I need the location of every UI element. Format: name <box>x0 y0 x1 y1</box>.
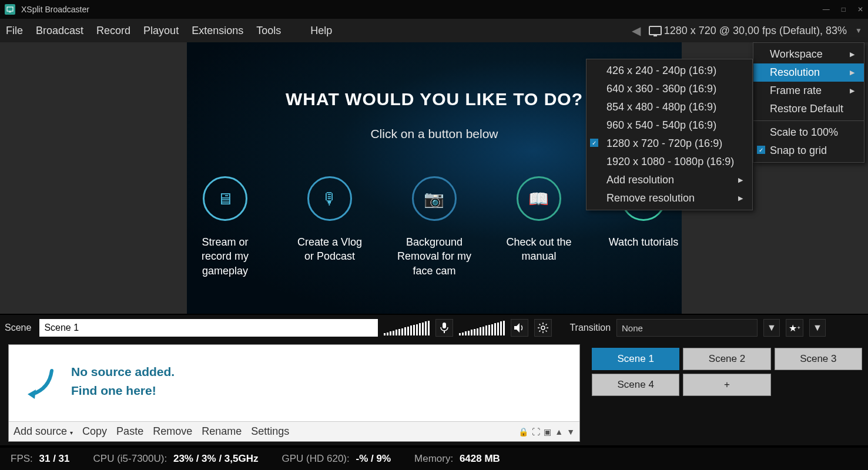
menu-record[interactable]: Record <box>96 25 130 37</box>
resolution-option[interactable]: 960 x 540 - 540p (16:9) <box>587 116 752 135</box>
transition-label: Transition <box>569 323 611 333</box>
move-up-icon[interactable]: ▲ <box>555 427 563 437</box>
onboard-option-0[interactable]: 🖥Stream or record my gameplay <box>187 176 263 278</box>
copy-button[interactable]: Copy <box>82 425 107 438</box>
svg-rect-3 <box>444 331 445 333</box>
menu-help[interactable]: Help <box>310 25 332 37</box>
resolution-option[interactable]: 1920 x 1080 - 1080p (16:9) <box>587 153 752 171</box>
menu-item-workspace[interactable]: Workspace▶ <box>753 45 864 63</box>
resolution-option[interactable]: 854 x 480 - 480p (16:9) <box>587 98 752 116</box>
scene-bar: Scene Transition None ▼ ★+ ▼ <box>0 315 868 341</box>
sources-toolbar: Add source ▾ Copy Paste Remove Rename Se… <box>9 421 579 441</box>
arrow-hint-icon <box>25 366 55 401</box>
option-label: Check out the manual <box>501 235 577 264</box>
onboard-subheading: Click on a button below <box>370 127 498 141</box>
option-label: Stream or record my gameplay <box>187 235 263 278</box>
left-panel <box>0 42 187 314</box>
favorite-transition-button[interactable]: ★+ <box>786 319 803 337</box>
lock-icon[interactable]: 🔒 <box>518 427 528 437</box>
menu-item-restore-default[interactable]: Restore Default <box>753 100 864 118</box>
remove-button[interactable]: Remove <box>153 425 192 438</box>
sources-panel: No source added. Find one here! Add sour… <box>8 344 580 442</box>
svg-rect-0 <box>7 7 13 11</box>
menu-item-frame-rate[interactable]: Frame rate▶ <box>753 82 864 100</box>
resolution-text[interactable]: 1280 x 720 @ 30,00 fps (Default), 83% <box>664 25 847 37</box>
onboard-option-1[interactable]: 🎙Create a Vlog or Podcast <box>291 176 368 278</box>
add-source-button[interactable]: Add source ▾ <box>14 425 73 438</box>
menu-item-scale-to-100%[interactable]: Scale to 100% <box>753 123 864 142</box>
statusbar: FPS: 31 / 31 CPU (i5-7300U): 23% / 3% / … <box>0 448 868 470</box>
resolution-option[interactable]: ✓1280 x 720 - 720p (16:9) <box>587 135 752 153</box>
svg-rect-1 <box>9 12 11 12</box>
option-icon: 📖 <box>517 176 561 221</box>
resolution-dropdown-arrow[interactable]: ▼ <box>855 26 862 35</box>
scene-name-input[interactable] <box>39 319 378 337</box>
transition-extra-dropdown[interactable]: ▼ <box>809 319 826 337</box>
menu-item-resolution[interactable]: Resolution▶ <box>753 63 864 82</box>
app-title: XSplit Broadcaster <box>21 5 823 14</box>
maximize-button[interactable]: □ <box>842 5 846 14</box>
source-settings-button[interactable]: Settings <box>251 425 289 438</box>
menu-tools[interactable]: Tools <box>256 25 281 37</box>
add-scene-button[interactable]: + <box>683 374 770 396</box>
minimize-button[interactable]: — <box>823 5 830 14</box>
scene-button-1[interactable]: Scene 1 <box>592 348 679 370</box>
scene-label: Scene <box>5 323 31 333</box>
mic-button[interactable] <box>435 319 453 337</box>
share-icon[interactable]: ◀ <box>632 24 641 38</box>
speaker-button[interactable] <box>511 319 528 337</box>
svg-rect-2 <box>443 323 446 328</box>
lower-panels: No source added. Find one here! Add sour… <box>0 341 868 445</box>
no-source-line2[interactable]: Find one here! <box>71 381 175 400</box>
option-label: Background Removal for my face cam <box>396 235 472 278</box>
transition-dropdown-button[interactable]: ▼ <box>763 319 780 337</box>
menu-playout[interactable]: Playout <box>143 25 179 37</box>
transition-select[interactable]: None <box>616 319 758 337</box>
scene-button-4[interactable]: Scene 4 <box>592 374 679 396</box>
close-button[interactable]: ✕ <box>857 5 863 14</box>
onboard-heading: WHAT WOULD YOU LIKE TO DO? <box>286 89 583 109</box>
resolution-option[interactable]: Add resolution▶ <box>587 171 752 189</box>
option-label: Create a Vlog or Podcast <box>291 235 368 264</box>
rename-button[interactable]: Rename <box>202 425 242 438</box>
menu-item-snap-to-grid[interactable]: ✓Snap to grid <box>753 142 864 160</box>
monitor-icon <box>649 26 662 35</box>
expand-icon[interactable]: ⛶ <box>532 427 540 437</box>
menubar: FileBroadcastRecordPlayoutExtensionsTool… <box>0 19 868 42</box>
resolution-submenu: 426 x 240 - 240p (16:9)640 x 360 - 360p … <box>586 59 753 210</box>
resolution-option[interactable]: 640 x 360 - 360p (16:9) <box>587 80 752 98</box>
menu-file[interactable]: File <box>6 25 23 37</box>
audio-settings-button[interactable] <box>534 319 552 337</box>
option-icon: 🖥 <box>203 176 247 221</box>
mic-volume-meter[interactable] <box>384 320 430 335</box>
scene-button-2[interactable]: Scene 2 <box>683 348 770 370</box>
option-icon: 📷 <box>412 176 457 221</box>
option-icon: 🎙 <box>307 176 352 221</box>
onboard-option-3[interactable]: 📖Check out the manual <box>501 176 577 278</box>
resolution-option[interactable]: 426 x 240 - 240p (16:9) <box>587 62 752 80</box>
app-logo-icon <box>5 4 15 15</box>
resolution-option[interactable]: Remove resolution▶ <box>587 189 752 207</box>
move-down-icon[interactable]: ▼ <box>567 427 575 437</box>
speaker-volume-meter[interactable] <box>459 320 505 335</box>
menu-broadcast[interactable]: Broadcast <box>36 25 83 37</box>
menu-extensions[interactable]: Extensions <box>192 25 243 37</box>
titlebar: XSplit Broadcaster — □ ✕ <box>0 0 868 19</box>
paste-button[interactable]: Paste <box>116 425 143 438</box>
scenes-grid: Scene 1Scene 2Scene 3Scene 4+ <box>592 344 862 442</box>
scene-button-3[interactable]: Scene 3 <box>775 348 862 370</box>
view-dropdown-menu: Workspace▶Resolution▶Frame rate▶Restore … <box>753 42 864 163</box>
onboard-option-2[interactable]: 📷Background Removal for my face cam <box>396 176 472 278</box>
frame-icon[interactable]: ▣ <box>544 427 551 437</box>
no-source-line1: No source added. <box>71 362 175 381</box>
option-label: Watch tutorials <box>605 235 682 249</box>
svg-point-4 <box>541 326 545 330</box>
